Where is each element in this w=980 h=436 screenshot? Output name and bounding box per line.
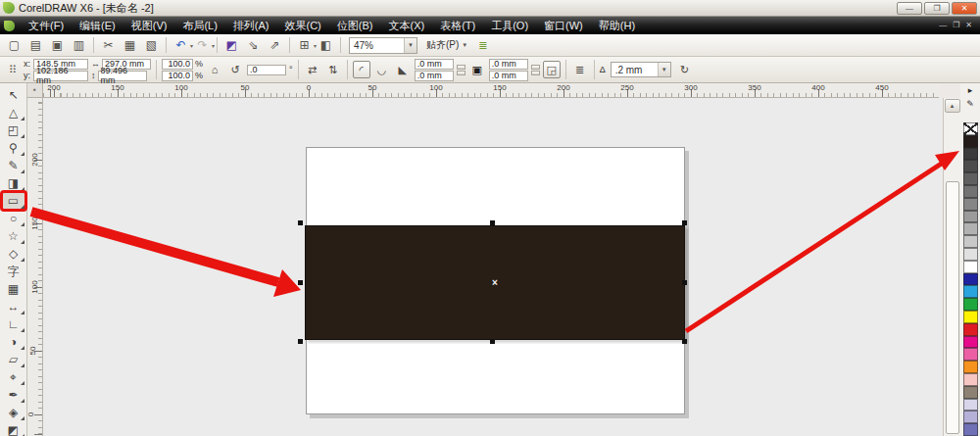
cut-button[interactable]: ✂: [98, 35, 119, 55]
copy-button[interactable]: ▦: [120, 35, 140, 55]
selection-handle-middle-right[interactable]: [682, 280, 687, 285]
freehand-tool[interactable]: ✎: [2, 157, 25, 174]
menu-item[interactable]: 编辑(E): [72, 17, 123, 34]
export-button[interactable]: ⇗: [265, 35, 285, 55]
scale-width-field[interactable]: 100.0: [162, 59, 193, 70]
gray-70-swatch[interactable]: [963, 172, 978, 185]
zoom-tool[interactable]: ⚲: [2, 139, 25, 157]
zoom-level-combo[interactable]: 47% ▼: [349, 37, 417, 54]
interactive-fill-tool[interactable]: ◩: [2, 421, 25, 436]
maximize-button[interactable]: ❐: [924, 2, 950, 15]
gray-10-swatch[interactable]: [963, 248, 978, 261]
selection-handle-bottom-right[interactable]: [682, 339, 687, 344]
selection-handle-top-middle[interactable]: [490, 220, 495, 225]
doc-restore-button[interactable]: ❐: [953, 21, 959, 30]
corner-radius-tl-field[interactable]: .0 mm: [415, 59, 454, 70]
text-tool[interactable]: 字: [2, 263, 25, 280]
mirror-horizontal-button[interactable]: ⇄: [304, 61, 321, 78]
gray-60-swatch[interactable]: [963, 185, 978, 198]
print-button[interactable]: ▥: [69, 35, 89, 55]
menu-item[interactable]: 布局(L): [174, 17, 224, 34]
redo-button[interactable]: ↷: [192, 35, 213, 55]
search-content-button[interactable]: ◩: [221, 35, 242, 55]
outline-width-combo[interactable]: .2 mm ▼: [611, 62, 671, 77]
rectangle-tool[interactable]: ▭: [2, 192, 25, 210]
separator[interactable]: [289, 37, 290, 53]
import-button[interactable]: ⇘: [243, 35, 264, 55]
shadow-tool[interactable]: ▱: [2, 351, 25, 368]
selection-handle-top-right[interactable]: [682, 220, 687, 225]
scale-height-field[interactable]: 100.0: [162, 71, 193, 81]
menu-item[interactable]: 文本(X): [380, 17, 432, 34]
round-corner-button[interactable]: ◜: [353, 61, 370, 78]
gray-20-swatch[interactable]: [963, 235, 978, 248]
lock-ratio-button[interactable]: ⌂: [206, 61, 223, 78]
separator[interactable]: [93, 37, 94, 53]
drawing-canvas[interactable]: ×: [43, 98, 943, 436]
selection-handle-bottom-middle[interactable]: [490, 339, 495, 344]
separator[interactable]: [166, 37, 167, 53]
gray-40-swatch[interactable]: [963, 211, 978, 223]
doc-close-button[interactable]: ✕: [965, 21, 972, 30]
separator[interactable]: [340, 37, 341, 53]
separator[interactable]: [217, 37, 218, 53]
scalloped-corner-button[interactable]: ◡: [373, 61, 391, 78]
white-swatch[interactable]: [963, 261, 978, 273]
y-position-field[interactable]: 102.186 mm: [33, 71, 88, 81]
save-button[interactable]: ▣: [47, 35, 68, 55]
fill-tool[interactable]: ◈: [2, 404, 25, 421]
corner-radius-tr-field[interactable]: .0 mm: [489, 59, 528, 70]
eyedropper-tool[interactable]: ⌖: [2, 368, 25, 386]
black-swatch[interactable]: [963, 135, 978, 148]
menu-item[interactable]: 视图(V): [123, 17, 175, 34]
selection-handle-middle-left[interactable]: [298, 280, 303, 285]
menu-item[interactable]: 排列(A): [225, 17, 277, 34]
menu-item[interactable]: 位图(B): [329, 17, 381, 34]
table-tool[interactable]: ▦: [2, 280, 25, 298]
orange-swatch[interactable]: [963, 361, 978, 373]
outline-pen-tool[interactable]: ✒: [2, 386, 25, 404]
shape-tool[interactable]: △: [2, 104, 25, 121]
selection-handle-top-left[interactable]: [298, 220, 303, 225]
ellipse-tool[interactable]: ○: [2, 210, 25, 227]
pink-swatch[interactable]: [963, 348, 978, 361]
corner-radius-spinner[interactable]: [457, 65, 466, 75]
magenta-swatch[interactable]: [963, 336, 978, 349]
cyan-swatch[interactable]: [963, 285, 978, 298]
light-pink-swatch[interactable]: [963, 373, 978, 386]
horizontal-ruler[interactable]: 20015010050050100150200250300350400450: [43, 83, 939, 98]
corner-radius-br-field[interactable]: .0 mm: [489, 71, 528, 81]
scroll-up-button[interactable]: ▴: [945, 99, 960, 113]
object-center-marker[interactable]: ×: [492, 277, 498, 288]
options-button[interactable]: ≣: [472, 35, 493, 55]
edit-corners-together-button[interactable]: ▣: [468, 61, 486, 78]
menu-item[interactable]: 文件(F): [21, 17, 72, 34]
purple-blue-swatch[interactable]: [963, 423, 978, 436]
gray-50-swatch[interactable]: [963, 198, 978, 211]
corner-radius-bl-field[interactable]: .0 mm: [415, 71, 454, 81]
menu-item[interactable]: 帮助(H): [591, 17, 643, 34]
menu-item[interactable]: 窗口(W): [536, 17, 591, 34]
refresh-button[interactable]: ↻: [676, 61, 694, 78]
pale-lavender-swatch[interactable]: [963, 399, 978, 412]
chamfered-corner-button[interactable]: ◣: [394, 61, 412, 78]
corner-radius-spinner[interactable]: [531, 65, 540, 75]
close-button[interactable]: ✕: [952, 2, 977, 15]
tan-gray-swatch[interactable]: [963, 386, 978, 399]
basic-shapes-tool[interactable]: ◇: [2, 245, 25, 263]
menu-item[interactable]: 工具(O): [483, 17, 536, 34]
polygon-tool[interactable]: ☆: [2, 227, 25, 245]
welcome-screen-button[interactable]: ◧: [316, 35, 336, 55]
relative-corner-scaling-button[interactable]: ◲: [543, 61, 561, 78]
red-swatch[interactable]: [963, 323, 978, 336]
minimize-button[interactable]: —: [897, 2, 922, 15]
paste-button[interactable]: ▧: [141, 35, 162, 55]
object-height-field[interactable]: 89.496 mm: [98, 71, 147, 81]
gray-80-swatch[interactable]: [963, 160, 978, 172]
snap-to-dropdown[interactable]: 贴齐(P) ▼: [422, 36, 471, 54]
mirror-vertical-button[interactable]: ⇅: [324, 61, 342, 78]
vertical-scrollbar[interactable]: ▴: [943, 98, 960, 436]
open-button[interactable]: ▤: [25, 35, 46, 55]
palette-flyout-button[interactable]: ▸: [962, 84, 978, 97]
blue-swatch[interactable]: [963, 273, 978, 286]
